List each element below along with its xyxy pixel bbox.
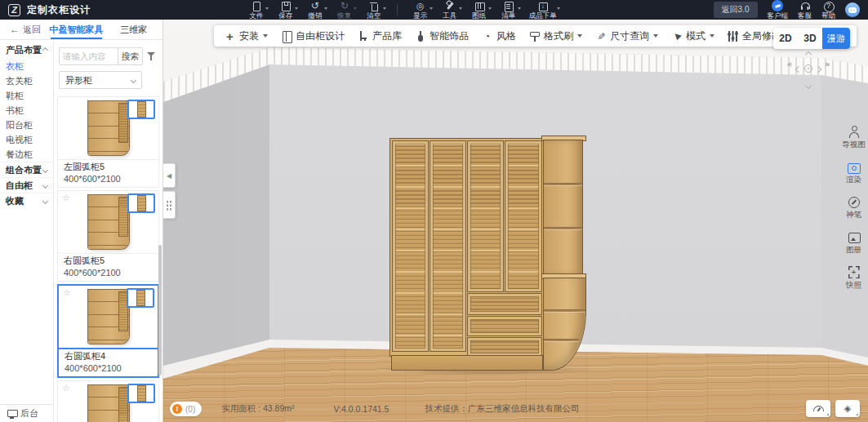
- star-icon[interactable]: ☆: [63, 288, 71, 297]
- view-mode-option[interactable]: 2D: [773, 28, 798, 49]
- render-camera-icon: [848, 161, 861, 173]
- star-icon[interactable]: ☆: [62, 384, 70, 393]
- toolbar-item[interactable]: 尺寸查询: [594, 29, 658, 43]
- product-card[interactable]: ☆ 左圆弧柜5 400*600*2100: [57, 96, 159, 188]
- top-menu-item[interactable]: 恢复: [330, 0, 359, 20]
- category-group[interactable]: 组合布置: [0, 162, 53, 177]
- category-item[interactable]: 阳台柜: [0, 118, 53, 132]
- pan-down-icon[interactable]: [805, 82, 812, 89]
- smart-decor-icon: [414, 30, 426, 42]
- toolbar-item[interactable]: 产品库: [357, 29, 402, 43]
- category-item[interactable]: 电视柜: [0, 132, 53, 147]
- product-thumbnail-box[interactable]: [127, 193, 155, 213]
- pan-up-icon[interactable]: [805, 51, 812, 58]
- category-group-product-layout[interactable]: 产品布置: [0, 41, 53, 59]
- dropdown-caret-icon: [653, 34, 658, 38]
- wardrobe-model[interactable]: [390, 137, 585, 375]
- toolbar-item[interactable]: 自由柜设计: [280, 29, 345, 43]
- product-thumbnail-box[interactable]: [127, 100, 155, 119]
- search-input[interactable]: [60, 48, 118, 64]
- warning-pill[interactable]: ! (0): [170, 402, 202, 416]
- category-group[interactable]: 自由柜: [0, 177, 53, 193]
- category-item[interactable]: 餐边柜: [0, 147, 53, 162]
- category-item[interactable]: 玄关柜: [0, 73, 53, 88]
- toolbar-item[interactable]: 安装: [224, 29, 268, 43]
- product-card[interactable]: ☆ 右圆弧柜4 400*600*2100: [57, 284, 159, 378]
- back-button[interactable]: ← 返回: [0, 24, 47, 36]
- free-cabinet-icon: [280, 30, 292, 42]
- style-icon: [481, 30, 493, 42]
- dropdown-caret-icon: [710, 34, 714, 38]
- left-sidebar: ← 返回 中盈智能家具三维家 产品布置 衣柜玄关柜鞋柜书柜阳台柜电视柜餐边柜 组…: [0, 20, 163, 422]
- top-menu-item[interactable]: 保存: [271, 0, 300, 20]
- top-menu-item[interactable]: 显示: [406, 0, 435, 20]
- backend-button[interactable]: 后台: [0, 404, 53, 422]
- format-painter-icon: [528, 30, 541, 42]
- top-menu-item[interactable]: 清单: [494, 0, 523, 20]
- catalog-tab[interactable]: 三维家: [105, 20, 163, 39]
- top-menu-item[interactable]: 撤销: [300, 0, 330, 20]
- view-mode-option[interactable]: 3D: [798, 28, 822, 49]
- client-button[interactable]: 客户端: [768, 0, 789, 20]
- rail-tool-button[interactable]: 渲染: [840, 161, 867, 185]
- search-button[interactable]: 搜索: [118, 48, 142, 64]
- product-thumbnail-box[interactable]: [127, 384, 155, 403]
- category-item[interactable]: 鞋柜: [0, 88, 53, 103]
- product-render: [88, 101, 129, 155]
- help-icon: [823, 1, 834, 11]
- product-size: 400*600*2100: [64, 173, 153, 185]
- louver-door: [393, 141, 428, 351]
- product-image-area: ☆: [58, 191, 158, 253]
- shelf-line: [544, 339, 579, 341]
- view-cube-button[interactable]: ◈: [835, 400, 860, 417]
- toolbar-item[interactable]: 风格: [481, 29, 516, 43]
- customer-service-button[interactable]: 客服: [798, 1, 812, 20]
- toolbar-item[interactable]: 格式刷: [528, 29, 582, 43]
- pan-left-icon[interactable]: [795, 66, 802, 73]
- navigation-compass[interactable]: ⚑ ⚑: [786, 51, 830, 90]
- dropdown-caret-icon: [263, 34, 268, 38]
- top-menu-item[interactable]: 工具: [435, 0, 465, 20]
- compass-center-icon[interactable]: [804, 64, 812, 73]
- top-menu-item[interactable]: 文件: [242, 0, 271, 20]
- cabinet-type-dropdown[interactable]: 异形柜: [59, 71, 142, 89]
- top-menu-item[interactable]: 图纸: [465, 0, 494, 20]
- rail-tool-button[interactable]: 图册: [840, 231, 867, 255]
- product-card[interactable]: ☆: [57, 380, 159, 422]
- collapse-panel-tab[interactable]: ◀: [163, 163, 176, 188]
- category-item[interactable]: 书柜: [0, 103, 53, 118]
- rail-tool-button[interactable]: 神笔: [840, 196, 867, 220]
- star-icon[interactable]: ☆: [62, 193, 70, 202]
- category-item[interactable]: 衣柜: [0, 59, 53, 73]
- product-card[interactable]: ☆ 右圆弧柜5 400*600*2100: [57, 190, 159, 282]
- view-mode-switch: 2D3D漫游: [773, 28, 850, 49]
- pan-right-icon[interactable]: [815, 66, 821, 73]
- category-group[interactable]: 收藏: [0, 193, 53, 208]
- rail-tool-button[interactable]: 导视图: [840, 126, 867, 150]
- status-bar: ! (0) 实用面积 : 43.89m² V:4.0.0.1741.5 技术提供…: [170, 402, 579, 416]
- product-library-icon: [357, 30, 369, 42]
- top-menu-item[interactable]: 清空: [359, 0, 389, 20]
- dimension-query-icon: [594, 30, 607, 42]
- back-to-3.0-button[interactable]: 返回3.0: [714, 2, 758, 18]
- product-list-scrollbar[interactable]: [158, 245, 162, 375]
- product-thumbnail-box[interactable]: [127, 288, 154, 308]
- drawer: [468, 338, 541, 356]
- catalog-tab[interactable]: 中盈智能家具: [47, 20, 105, 39]
- view-mode-option[interactable]: 漫游: [822, 28, 850, 49]
- rail-tool-button[interactable]: 快照: [840, 266, 867, 291]
- design-viewport[interactable]: 安装 自由柜设计 产品库 智能饰品 风格: [163, 20, 868, 422]
- help-button[interactable]: 帮助: [821, 1, 835, 20]
- performance-gauge-button[interactable]: [806, 400, 830, 417]
- toolbar-item[interactable]: 模式: [670, 29, 714, 43]
- clear-icon: [368, 1, 379, 11]
- rotate-left-flag-icon[interactable]: ⚑: [786, 61, 793, 69]
- top-menu-item[interactable]: 成品下单: [523, 0, 563, 20]
- undo-icon: [309, 1, 320, 11]
- file-icon: [251, 1, 261, 11]
- user-avatar[interactable]: [845, 2, 860, 17]
- rotate-right-flag-icon[interactable]: ⚑: [824, 61, 830, 69]
- drag-handle-tab[interactable]: [163, 191, 176, 219]
- toolbar-item[interactable]: 智能饰品: [414, 29, 469, 43]
- filter-icon[interactable]: [146, 51, 158, 62]
